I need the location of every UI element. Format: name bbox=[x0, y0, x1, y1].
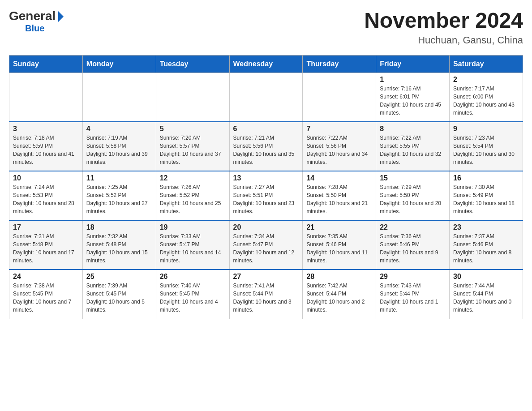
day-number: 10 bbox=[13, 174, 79, 182]
day-info: Sunrise: 7:35 AMSunset: 5:46 PMDaylight:… bbox=[306, 232, 372, 265]
day-info: Sunrise: 7:34 AMSunset: 5:47 PMDaylight:… bbox=[233, 232, 299, 265]
day-number: 9 bbox=[453, 125, 519, 133]
calendar-day-cell: 12Sunrise: 7:26 AMSunset: 5:52 PMDayligh… bbox=[156, 171, 229, 220]
calendar-week-row: 24Sunrise: 7:38 AMSunset: 5:45 PMDayligh… bbox=[9, 270, 523, 319]
day-info: Sunrise: 7:26 AMSunset: 5:52 PMDaylight:… bbox=[160, 183, 226, 215]
page-header: General Blue November 2024 Huchuan, Gans… bbox=[9, 9, 523, 46]
calendar-day-cell: 1Sunrise: 7:16 AMSunset: 6:01 PMDaylight… bbox=[376, 73, 450, 122]
calendar-day-cell: 25Sunrise: 7:39 AMSunset: 5:45 PMDayligh… bbox=[82, 270, 156, 319]
day-number: 26 bbox=[160, 273, 226, 281]
day-info: Sunrise: 7:24 AMSunset: 5:53 PMDaylight:… bbox=[13, 183, 79, 215]
day-info: Sunrise: 7:18 AMSunset: 5:59 PMDaylight:… bbox=[13, 134, 79, 166]
calendar-table: SundayMondayTuesdayWednesdayThursdayFrid… bbox=[9, 55, 523, 319]
calendar-day-cell: 20Sunrise: 7:34 AMSunset: 5:47 PMDayligh… bbox=[229, 220, 303, 270]
calendar-day-cell bbox=[82, 73, 156, 122]
day-info: Sunrise: 7:16 AMSunset: 6:01 PMDaylight:… bbox=[380, 85, 446, 117]
day-info: Sunrise: 7:20 AMSunset: 5:57 PMDaylight:… bbox=[160, 134, 226, 166]
location-subtitle: Huchuan, Gansu, China bbox=[364, 34, 523, 46]
day-info: Sunrise: 7:22 AMSunset: 5:55 PMDaylight:… bbox=[380, 134, 446, 166]
day-number: 17 bbox=[13, 223, 79, 231]
calendar-day-cell bbox=[229, 73, 303, 122]
calendar-day-cell: 4Sunrise: 7:19 AMSunset: 5:58 PMDaylight… bbox=[82, 122, 156, 171]
day-number: 6 bbox=[233, 125, 299, 133]
day-number: 4 bbox=[86, 125, 152, 133]
calendar-weekday-header: Saturday bbox=[450, 55, 523, 73]
calendar-day-cell: 16Sunrise: 7:30 AMSunset: 5:49 PMDayligh… bbox=[450, 171, 523, 220]
logo-triangle-icon bbox=[58, 11, 64, 22]
day-number: 11 bbox=[86, 174, 152, 182]
calendar-day-cell: 6Sunrise: 7:21 AMSunset: 5:56 PMDaylight… bbox=[229, 122, 303, 171]
day-info: Sunrise: 7:43 AMSunset: 5:44 PMDaylight:… bbox=[380, 282, 446, 314]
logo-blue-text: Blue bbox=[25, 23, 44, 33]
calendar-weekday-header: Sunday bbox=[9, 55, 83, 73]
month-title: November 2024 bbox=[364, 9, 523, 33]
calendar-week-row: 17Sunrise: 7:31 AMSunset: 5:48 PMDayligh… bbox=[9, 220, 523, 270]
calendar-day-cell: 8Sunrise: 7:22 AMSunset: 5:55 PMDaylight… bbox=[376, 122, 450, 171]
day-number: 12 bbox=[160, 174, 226, 182]
day-number: 24 bbox=[13, 273, 79, 281]
calendar-weekday-header: Tuesday bbox=[156, 55, 229, 73]
day-info: Sunrise: 7:31 AMSunset: 5:48 PMDaylight:… bbox=[13, 232, 79, 265]
day-info: Sunrise: 7:19 AMSunset: 5:58 PMDaylight:… bbox=[86, 134, 152, 166]
calendar-day-cell: 9Sunrise: 7:23 AMSunset: 5:54 PMDaylight… bbox=[450, 122, 523, 171]
day-info: Sunrise: 7:23 AMSunset: 5:54 PMDaylight:… bbox=[453, 134, 519, 166]
calendar-day-cell: 15Sunrise: 7:29 AMSunset: 5:50 PMDayligh… bbox=[376, 171, 450, 220]
calendar-day-cell: 24Sunrise: 7:38 AMSunset: 5:45 PMDayligh… bbox=[9, 270, 83, 319]
calendar-weekday-header: Friday bbox=[376, 55, 450, 73]
calendar-day-cell: 13Sunrise: 7:27 AMSunset: 5:51 PMDayligh… bbox=[229, 171, 303, 220]
calendar-day-cell: 10Sunrise: 7:24 AMSunset: 5:53 PMDayligh… bbox=[9, 171, 83, 220]
day-number: 3 bbox=[13, 125, 79, 133]
calendar-day-cell: 2Sunrise: 7:17 AMSunset: 6:00 PMDaylight… bbox=[450, 73, 523, 122]
calendar-day-cell: 29Sunrise: 7:43 AMSunset: 5:44 PMDayligh… bbox=[376, 270, 450, 319]
day-number: 30 bbox=[453, 273, 519, 281]
day-number: 23 bbox=[453, 223, 519, 231]
calendar-day-cell: 18Sunrise: 7:32 AMSunset: 5:48 PMDayligh… bbox=[82, 220, 156, 270]
day-info: Sunrise: 7:37 AMSunset: 5:46 PMDaylight:… bbox=[453, 232, 519, 265]
day-number: 14 bbox=[306, 174, 372, 182]
day-number: 22 bbox=[380, 223, 446, 231]
calendar-day-cell: 11Sunrise: 7:25 AMSunset: 5:52 PMDayligh… bbox=[82, 171, 156, 220]
day-info: Sunrise: 7:27 AMSunset: 5:51 PMDaylight:… bbox=[233, 183, 299, 215]
day-number: 28 bbox=[306, 273, 372, 281]
day-info: Sunrise: 7:32 AMSunset: 5:48 PMDaylight:… bbox=[86, 232, 152, 265]
day-number: 29 bbox=[380, 273, 446, 281]
calendar-day-cell: 3Sunrise: 7:18 AMSunset: 5:59 PMDaylight… bbox=[9, 122, 83, 171]
day-number: 8 bbox=[380, 125, 446, 133]
day-number: 20 bbox=[233, 223, 299, 231]
day-info: Sunrise: 7:25 AMSunset: 5:52 PMDaylight:… bbox=[86, 183, 152, 215]
logo: General Blue bbox=[9, 9, 64, 34]
day-info: Sunrise: 7:40 AMSunset: 5:45 PMDaylight:… bbox=[160, 282, 226, 314]
calendar-header-row: SundayMondayTuesdayWednesdayThursdayFrid… bbox=[9, 55, 523, 73]
calendar-day-cell: 17Sunrise: 7:31 AMSunset: 5:48 PMDayligh… bbox=[9, 220, 83, 270]
calendar-day-cell: 28Sunrise: 7:42 AMSunset: 5:44 PMDayligh… bbox=[303, 270, 376, 319]
calendar-weekday-header: Monday bbox=[82, 55, 156, 73]
calendar-day-cell: 19Sunrise: 7:33 AMSunset: 5:47 PMDayligh… bbox=[156, 220, 229, 270]
calendar-week-row: 10Sunrise: 7:24 AMSunset: 5:53 PMDayligh… bbox=[9, 171, 523, 220]
calendar-day-cell: 27Sunrise: 7:41 AMSunset: 5:44 PMDayligh… bbox=[229, 270, 303, 319]
calendar-day-cell: 5Sunrise: 7:20 AMSunset: 5:57 PMDaylight… bbox=[156, 122, 229, 171]
calendar-day-cell: 14Sunrise: 7:28 AMSunset: 5:50 PMDayligh… bbox=[303, 171, 376, 220]
day-info: Sunrise: 7:39 AMSunset: 5:45 PMDaylight:… bbox=[86, 282, 152, 314]
calendar-weekday-header: Thursday bbox=[303, 55, 376, 73]
day-number: 19 bbox=[160, 223, 226, 231]
day-info: Sunrise: 7:21 AMSunset: 5:56 PMDaylight:… bbox=[233, 134, 299, 166]
calendar-day-cell bbox=[156, 73, 229, 122]
day-info: Sunrise: 7:42 AMSunset: 5:44 PMDaylight:… bbox=[306, 282, 372, 314]
calendar-day-cell: 26Sunrise: 7:40 AMSunset: 5:45 PMDayligh… bbox=[156, 270, 229, 319]
calendar-week-row: 1Sunrise: 7:16 AMSunset: 6:01 PMDaylight… bbox=[9, 73, 523, 122]
day-info: Sunrise: 7:36 AMSunset: 5:46 PMDaylight:… bbox=[380, 232, 446, 265]
calendar-day-cell: 21Sunrise: 7:35 AMSunset: 5:46 PMDayligh… bbox=[303, 220, 376, 270]
day-number: 15 bbox=[380, 174, 446, 182]
day-info: Sunrise: 7:44 AMSunset: 5:44 PMDaylight:… bbox=[453, 282, 519, 314]
calendar-day-cell bbox=[9, 73, 83, 122]
day-number: 16 bbox=[453, 174, 519, 182]
title-section: November 2024 Huchuan, Gansu, China bbox=[364, 9, 523, 46]
day-info: Sunrise: 7:30 AMSunset: 5:49 PMDaylight:… bbox=[453, 183, 519, 215]
day-number: 27 bbox=[233, 273, 299, 281]
day-number: 18 bbox=[86, 223, 152, 231]
day-info: Sunrise: 7:28 AMSunset: 5:50 PMDaylight:… bbox=[306, 183, 372, 215]
day-number: 13 bbox=[233, 174, 299, 182]
day-info: Sunrise: 7:29 AMSunset: 5:50 PMDaylight:… bbox=[380, 183, 446, 215]
day-number: 25 bbox=[86, 273, 152, 281]
calendar-week-row: 3Sunrise: 7:18 AMSunset: 5:59 PMDaylight… bbox=[9, 122, 523, 171]
